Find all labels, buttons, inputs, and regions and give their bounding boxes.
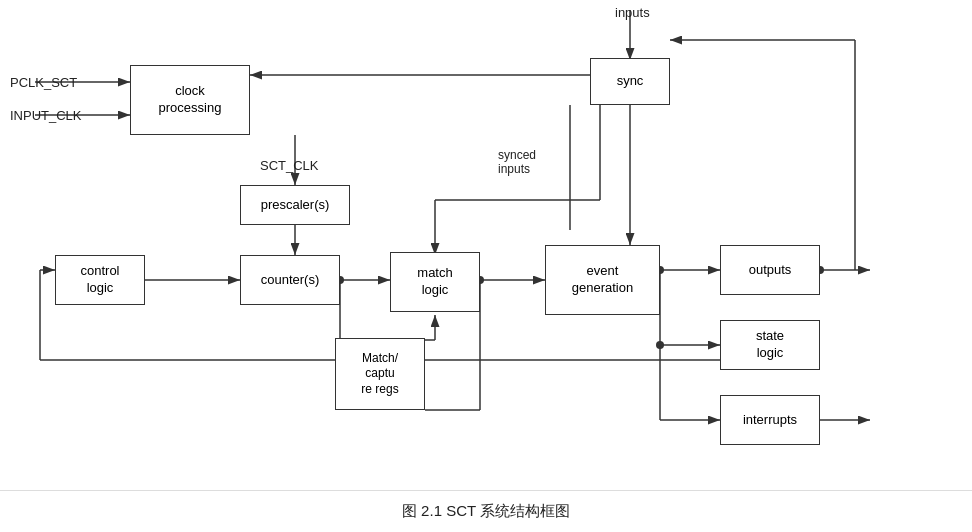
diagram-container: clock processing prescaler(s) control lo… — [0, 0, 972, 490]
clock-processing-block: clock processing — [130, 65, 250, 135]
control-logic-block: control logic — [55, 255, 145, 305]
match-capture-regs-block: Match/ captu re regs — [335, 338, 425, 410]
match-logic-block: match logic — [390, 252, 480, 312]
match-logic-label: match logic — [417, 265, 452, 299]
counters-label: counter(s) — [261, 272, 320, 289]
interrupts-block: interrupts — [720, 395, 820, 445]
clock-processing-label: clock processing — [159, 83, 222, 117]
svg-point-30 — [656, 341, 664, 349]
control-logic-label: control logic — [80, 263, 119, 297]
prescaler-label: prescaler(s) — [261, 197, 330, 214]
diagram-caption: 图 2.1 SCT 系统结构框图 — [402, 502, 570, 521]
match-capture-regs-label: Match/ captu re regs — [361, 351, 398, 398]
state-logic-label: state logic — [756, 328, 784, 362]
inputs-label: inputs — [615, 5, 650, 20]
prescaler-block: prescaler(s) — [240, 185, 350, 225]
input-clk-label: INPUT_CLK — [10, 108, 82, 123]
caption-area: 图 2.1 SCT 系统结构框图 — [0, 490, 972, 532]
outputs-block: outputs — [720, 245, 820, 295]
counters-block: counter(s) — [240, 255, 340, 305]
state-logic-block: state logic — [720, 320, 820, 370]
svg-line-19 — [380, 310, 435, 340]
outputs-label: outputs — [749, 262, 792, 279]
interrupts-label: interrupts — [743, 412, 797, 429]
sync-label: sync — [617, 73, 644, 90]
sct-clk-label: SCT_CLK — [260, 158, 319, 173]
event-generation-label: event generation — [572, 263, 633, 297]
synced-inputs-label: synced inputs — [498, 148, 536, 176]
sync-block: sync — [590, 58, 670, 105]
pclk-sct-label: PCLK_SCT — [10, 75, 77, 90]
event-generation-block: event generation — [545, 245, 660, 315]
